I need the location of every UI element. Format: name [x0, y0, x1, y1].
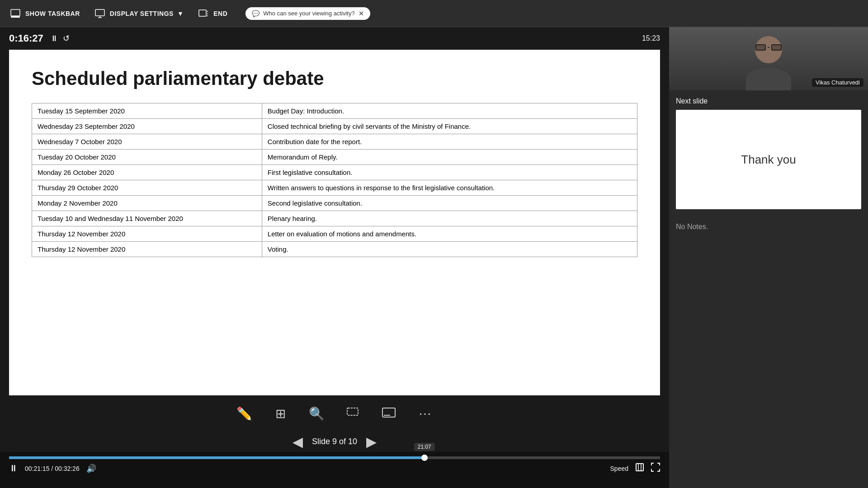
table-cell-event: First legislative consultation.: [262, 165, 637, 180]
table-row: Thursday 29 October 2020Written answers …: [32, 180, 637, 196]
notification-close[interactable]: ✕: [359, 10, 364, 17]
bottom-toolbar: ✏️ ⊞ 🔍 ⋯: [0, 395, 669, 432]
presenter-bar: 0:16:27 ⏸ ↺ 15:23: [0, 27, 669, 50]
svg-rect-2: [95, 9, 104, 16]
crop-button[interactable]: [635, 463, 644, 474]
slide-timer: 15:23: [642, 34, 660, 42]
prev-slide-button[interactable]: ◀: [292, 434, 303, 450]
table-cell-date: Tuesday 15 September 2020: [32, 103, 262, 119]
svg-rect-1: [11, 16, 20, 18]
more-options-button[interactable]: ⋯: [414, 402, 436, 425]
main-layout: 0:16:27 ⏸ ↺ 15:23 Scheduled parliamentar…: [0, 27, 868, 488]
table-cell-event: Voting.: [262, 242, 637, 257]
timer-left-area: 0:16:27 ⏸ ↺: [9, 33, 70, 44]
svg-rect-5: [199, 10, 206, 16]
svg-rect-0: [11, 9, 20, 16]
next-slide-preview: Thank you: [676, 110, 861, 209]
display-settings-arrow: ▼: [177, 10, 184, 17]
slide-title: Scheduled parliamentary debate: [32, 68, 637, 89]
slide-time-display: 15:23: [642, 34, 660, 42]
table-cell-date: Monday 2 November 2020: [32, 196, 262, 211]
table-row: Thursday 12 November 2020Voting.: [32, 242, 637, 257]
pause-timer-button[interactable]: ⏸: [50, 33, 58, 43]
display-settings-icon: [94, 7, 106, 20]
progress-bar[interactable]: 21:07: [9, 456, 660, 459]
slide-counter: Slide 9 of 10: [312, 437, 357, 446]
end-button[interactable]: END: [197, 7, 227, 20]
time-separator: /: [51, 465, 55, 472]
notes-section: No Notes.: [669, 216, 868, 238]
next-slide-button[interactable]: ▶: [366, 434, 377, 450]
table-cell-date: Tuesday 10 and Wednesday 11 November 202…: [32, 211, 262, 226]
total-time: 00:32:26: [55, 465, 80, 472]
table-cell-date: Monday 26 October 2020: [32, 165, 262, 180]
table-cell-event: Second legislative consultation.: [262, 196, 637, 211]
table-cell-date: Thursday 29 October 2020: [32, 180, 262, 196]
show-taskbar-button[interactable]: SHOW TASKBAR: [9, 7, 80, 20]
table-cell-date: Thursday 12 November 2020: [32, 242, 262, 257]
svg-rect-9: [347, 408, 358, 415]
table-row: Wednesday 7 October 2020Contribution dat…: [32, 134, 637, 150]
schedule-table: Tuesday 15 September 2020Budget Day: Int…: [32, 103, 637, 257]
subtitles-button[interactable]: [377, 402, 400, 425]
video-controls: 21:07 ⏸ 00:21:15 / 00:32:26 🔊 Speed: [0, 452, 669, 488]
table-cell-event: Plenary hearing.: [262, 211, 637, 226]
display-settings-button[interactable]: DISPLAY SETTINGS ▼: [94, 7, 184, 20]
table-row: Tuesday 15 September 2020Budget Day: Int…: [32, 103, 637, 119]
time-display: 00:21:15 / 00:32:26: [25, 465, 80, 472]
next-slide-section: Next slide Thank you: [669, 90, 868, 216]
table-cell-event: Closed technical briefing by civil serva…: [262, 119, 637, 134]
notification-bubble: 💬 Who can see your viewing activity? ✕: [245, 7, 370, 20]
notification-icon: 💬: [252, 10, 259, 17]
svg-rect-12: [636, 464, 643, 471]
display-settings-label: DISPLAY SETTINGS: [110, 10, 174, 17]
notes-text: No Notes.: [676, 223, 861, 231]
reset-timer-button[interactable]: ↺: [63, 33, 70, 43]
right-panel: Vikas Chaturvedi Next slide Thank you No…: [669, 27, 868, 488]
table-cell-event: Contribution date for the report.: [262, 134, 637, 150]
slide-frame: Scheduled parliamentary debate Tuesday 1…: [9, 50, 660, 395]
video-bottom-row: ⏸ 00:21:15 / 00:32:26 🔊 Speed: [9, 459, 660, 478]
table-row: Wednesday 23 September 2020Closed techni…: [32, 119, 637, 134]
svg-rect-11: [384, 415, 390, 416]
grid-view-button[interactable]: ⊞: [269, 402, 292, 425]
table-cell-event: Written answers to questions in response…: [262, 180, 637, 196]
speed-label: Speed: [610, 465, 628, 472]
video-left-controls: ⏸ 00:21:15 / 00:32:26 🔊: [9, 463, 96, 474]
svg-line-6: [207, 11, 208, 12]
table-cell-date: Wednesday 23 September 2020: [32, 119, 262, 134]
table-row: Monday 26 October 2020First legislative …: [32, 165, 637, 180]
table-cell-event: Letter on evaluation of motions and amen…: [262, 226, 637, 242]
top-toolbar: SHOW TASKBAR DISPLAY SETTINGS ▼ END 💬 Wh…: [0, 0, 868, 27]
table-cell-event: Memorandum of Reply.: [262, 150, 637, 165]
pen-tool-button[interactable]: ✏️: [233, 402, 255, 425]
table-cell-date: Thursday 12 November 2020: [32, 226, 262, 242]
table-row: Monday 2 November 2020Second legislative…: [32, 196, 637, 211]
search-button[interactable]: 🔍: [305, 402, 328, 425]
notification-text: Who can see your viewing activity?: [263, 10, 354, 17]
next-slide-label: Next slide: [676, 97, 861, 105]
table-row: Tuesday 20 October 2020Memorandum of Rep…: [32, 150, 637, 165]
table-cell-date: Wednesday 7 October 2020: [32, 134, 262, 150]
end-icon: [197, 7, 210, 20]
svg-line-8: [207, 15, 208, 16]
progress-bar-fill: [9, 456, 425, 459]
table-cell-event: Budget Day: Introduction.: [262, 103, 637, 119]
video-right-controls: Speed: [610, 463, 660, 474]
show-taskbar-label: SHOW TASKBAR: [25, 10, 80, 17]
elapsed-timer: 0:16:27: [9, 33, 43, 44]
current-time: 00:21:15: [25, 465, 50, 472]
volume-button[interactable]: 🔊: [86, 464, 96, 474]
taskbar-icon: [9, 7, 22, 20]
timer-controls: ⏸ ↺: [50, 33, 70, 43]
play-pause-button[interactable]: ⏸: [9, 463, 18, 474]
webcam-name: Vikas Chaturvedi: [812, 78, 863, 87]
end-label: END: [213, 10, 227, 17]
slide-nav: ◀ Slide 9 of 10 ▶: [0, 432, 669, 452]
next-slide-content: Thank you: [741, 153, 796, 167]
fullscreen-button[interactable]: [651, 463, 660, 474]
progress-thumb[interactable]: [421, 455, 428, 461]
table-row: Thursday 12 November 2020Letter on evalu…: [32, 226, 637, 242]
pointer-tool-button[interactable]: [341, 402, 364, 425]
table-cell-date: Tuesday 20 October 2020: [32, 150, 262, 165]
